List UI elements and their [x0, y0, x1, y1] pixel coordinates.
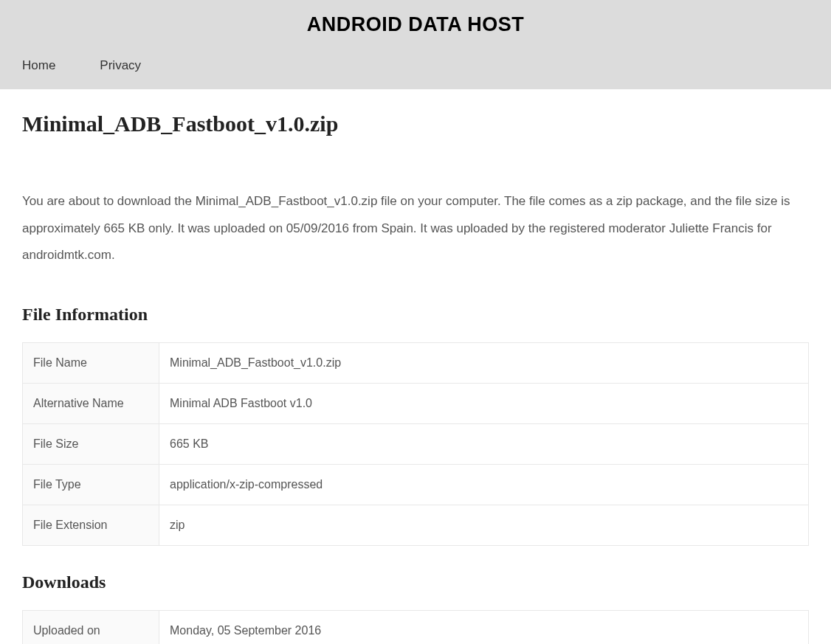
- nav-home[interactable]: Home: [22, 58, 55, 73]
- main-content: Minimal_ADB_Fastboot_v1.0.zip You are ab…: [0, 89, 831, 644]
- table-row: Uploaded on Monday, 05 September 2016: [23, 610, 809, 644]
- alt-name-label: Alternative Name: [23, 383, 159, 423]
- file-info-heading: File Information: [22, 305, 809, 325]
- table-row: File Name Minimal_ADB_Fastboot_v1.0.zip: [23, 342, 809, 383]
- file-name-value: Minimal_ADB_Fastboot_v1.0.zip: [159, 342, 809, 383]
- file-ext-label: File Extension: [23, 505, 159, 545]
- file-size-value: 665 KB: [159, 423, 809, 464]
- uploaded-on-value: Monday, 05 September 2016: [159, 610, 809, 644]
- nav-privacy[interactable]: Privacy: [100, 58, 141, 73]
- file-name-label: File Name: [23, 342, 159, 383]
- file-type-value: application/x-zip-compressed: [159, 464, 809, 505]
- main-nav: Home Privacy: [0, 45, 831, 89]
- table-row: File Size 665 KB: [23, 423, 809, 464]
- downloads-heading: Downloads: [22, 572, 809, 592]
- table-row: File Extension zip: [23, 505, 809, 545]
- site-title: ANDROID DATA HOST: [0, 0, 831, 45]
- page-title: Minimal_ADB_Fastboot_v1.0.zip: [22, 111, 809, 136]
- table-row: File Type application/x-zip-compressed: [23, 464, 809, 505]
- uploaded-on-label: Uploaded on: [23, 610, 159, 644]
- file-info-table: File Name Minimal_ADB_Fastboot_v1.0.zip …: [22, 342, 809, 546]
- table-row: Alternative Name Minimal ADB Fastboot v1…: [23, 383, 809, 423]
- file-size-label: File Size: [23, 423, 159, 464]
- page-description: You are about to download the Minimal_AD…: [22, 188, 809, 269]
- header: ANDROID DATA HOST Home Privacy: [0, 0, 831, 89]
- alt-name-value: Minimal ADB Fastboot v1.0: [159, 383, 809, 423]
- file-type-label: File Type: [23, 464, 159, 505]
- downloads-table: Uploaded on Monday, 05 September 2016: [22, 610, 809, 644]
- file-ext-value: zip: [159, 505, 809, 545]
